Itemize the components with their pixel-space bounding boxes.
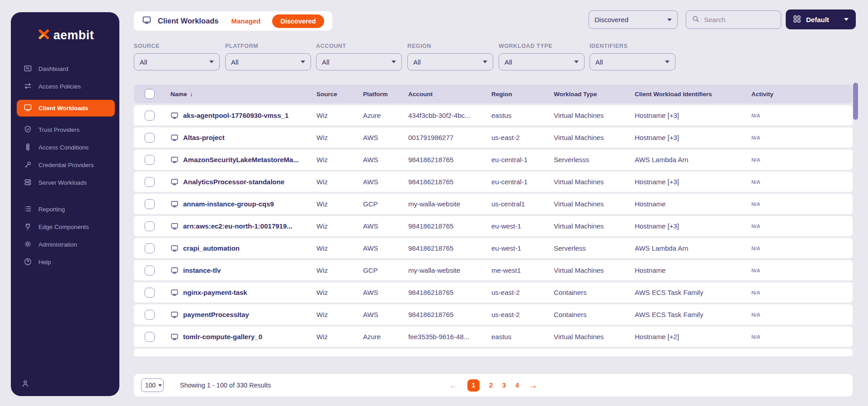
sidebar-item-server-workloads[interactable]: Server Workloads <box>11 174 119 191</box>
cell-activity: N/A <box>751 179 853 185</box>
table-row[interactable]: AnalyticsProcessor-standalone Wiz AWS 98… <box>134 172 853 192</box>
filter-workload-type-dropdown[interactable]: All <box>499 53 585 70</box>
workload-name-link[interactable]: instance-tlv <box>183 266 221 274</box>
workload-name-link[interactable]: tomlr-compute-gallery_0 <box>183 333 262 341</box>
table-row[interactable]: aks-agentpool-17760930-vmss_1 Wiz Azure … <box>134 105 853 126</box>
row-checkbox[interactable] <box>145 243 155 253</box>
row-checkbox[interactable] <box>145 177 155 187</box>
vertical-scrollbar-thumb[interactable] <box>853 83 858 120</box>
filter-identifiers-dropdown[interactable]: All <box>590 53 675 70</box>
column-header-workload-type[interactable]: Workload Type <box>554 91 635 98</box>
select-all-checkbox[interactable] <box>145 89 155 99</box>
access-policies-icon <box>24 82 32 92</box>
sidebar-item-help[interactable]: Help <box>11 253 119 271</box>
row-checkbox[interactable] <box>145 155 155 165</box>
page-size-value: 100 <box>145 382 156 389</box>
row-checkbox[interactable] <box>145 310 155 320</box>
user-avatar-icon[interactable] <box>21 379 30 390</box>
cell-source: Wiz <box>316 156 363 163</box>
row-checkbox[interactable] <box>145 266 155 275</box>
workload-name-link[interactable]: AnalyticsProcessor-standalone <box>183 178 284 186</box>
workload-name-link[interactable]: aks-agentpool-17760930-vmss_1 <box>183 112 288 119</box>
tab-managed[interactable]: Managed <box>231 17 260 25</box>
cell-account: 434f3cbb-30f2-4bc... <box>408 112 491 119</box>
workload-name-link[interactable]: nginx-payment-task <box>183 289 247 296</box>
cell-account: 984186218765 <box>408 244 491 252</box>
search-box[interactable] <box>686 10 781 29</box>
row-checkbox[interactable] <box>145 288 155 298</box>
chevron-down-icon <box>665 61 670 63</box>
column-header-platform[interactable]: Platform <box>363 91 408 98</box>
column-header-account[interactable]: Account <box>408 91 491 98</box>
table-row[interactable]: crapi_automation Wiz AWS 984186218765 eu… <box>134 238 853 258</box>
filter-region: REGION All <box>407 43 493 70</box>
workload-name-link[interactable]: crapi_automation <box>183 244 240 252</box>
cell-source: Wiz <box>316 333 363 341</box>
table-row[interactable]: arn:aws:ec2:eu-north-1:0017919... Wiz AW… <box>134 216 853 236</box>
previous-page-arrow-icon[interactable]: ← <box>449 381 458 390</box>
workload-monitor-icon <box>170 244 179 252</box>
workload-name-link[interactable]: AmazonSecurityLakeMetastoreMa... <box>183 156 299 163</box>
cell-region: us-east-2 <box>491 311 554 318</box>
sidebar-item-reporting[interactable]: Reporting <box>11 201 119 218</box>
next-page-arrow-icon[interactable]: → <box>528 381 538 390</box>
credential-providers-icon <box>24 160 32 170</box>
cell-identifiers: Hostname [+3] <box>635 222 751 230</box>
page-button-4[interactable]: 4 <box>515 382 519 389</box>
chevron-down-icon <box>844 18 849 21</box>
sidebar-item-dashboard[interactable]: Dashboard <box>11 60 119 78</box>
table-row[interactable]: paymentProcessItay Wiz AWS 984186218765 … <box>134 304 853 325</box>
column-header-activity[interactable]: Activity <box>751 91 853 98</box>
sidebar-item-label: Administration <box>38 241 77 248</box>
workload-name-link[interactable]: annam-instance-group-cqs9 <box>183 200 274 208</box>
page-size-dropdown[interactable]: 100 <box>141 378 164 392</box>
table-row[interactable]: nginx-payment-task Wiz AWS 984186218765 … <box>134 282 853 303</box>
row-checkbox[interactable] <box>145 332 155 342</box>
filter-region-dropdown[interactable]: All <box>407 53 493 70</box>
sidebar-item-credential-providers[interactable]: Credential Providers <box>11 156 119 174</box>
page-button-1[interactable]: 1 <box>467 379 480 392</box>
cell-identifiers: Hostname [+3] <box>635 178 751 186</box>
column-header-source[interactable]: Source <box>316 91 363 98</box>
workload-monitor-icon <box>170 156 179 164</box>
table-row[interactable]: AmazonSecurityLakeMetastoreMa... Wiz AWS… <box>134 149 853 170</box>
cell-identifiers: Hostname <box>635 266 751 274</box>
tab-discovered[interactable]: Discovered <box>272 14 324 28</box>
column-header-region[interactable]: Region <box>491 91 554 98</box>
table-row[interactable]: instance-tlv Wiz GCP my-walla-website me… <box>134 260 853 280</box>
row-checkbox[interactable] <box>145 221 155 231</box>
sidebar-item-client-workloads[interactable]: Client Workloads <box>17 100 115 117</box>
view-filter-dropdown[interactable]: Discovered <box>589 10 678 29</box>
row-checkbox[interactable] <box>145 133 155 143</box>
cell-activity: N/A <box>751 246 853 251</box>
sidebar-item-access-conditions[interactable]: Access Conditions <box>11 139 119 156</box>
filter-value: All <box>595 58 603 66</box>
sidebar-item-administration[interactable]: Administration <box>11 236 119 253</box>
filter-account-dropdown[interactable]: All <box>316 53 402 70</box>
sidebar-item-access-policies[interactable]: Access Policies <box>11 78 119 95</box>
sidebar-item-trust-providers[interactable]: Trust Providers <box>11 121 119 139</box>
table-row[interactable]: tomlr-compute-gallery_0 Wiz Azure fee353… <box>134 327 853 347</box>
filter-value: All <box>413 58 421 66</box>
table-row[interactable]: annam-instance-group-cqs9 Wiz GCP my-wal… <box>134 194 853 214</box>
cell-platform: AWS <box>363 156 408 163</box>
page-button-2[interactable]: 2 <box>489 382 493 389</box>
workload-name-link[interactable]: Altas-project <box>183 134 225 141</box>
row-checkbox[interactable] <box>145 111 155 121</box>
layout-default-button[interactable]: Default <box>786 9 856 29</box>
filter-platform-dropdown[interactable]: All <box>225 53 311 70</box>
row-checkbox[interactable] <box>145 199 155 209</box>
page-button-3[interactable]: 3 <box>502 382 506 389</box>
column-header-name[interactable]: Name↓ <box>170 90 316 98</box>
sidebar-item-edge-components[interactable]: Edge Components <box>11 218 119 236</box>
table-row[interactable]: Altas-project Wiz AWS 001791986277 us-ea… <box>134 127 853 148</box>
cell-platform: AWS <box>363 244 408 252</box>
workload-name-link[interactable]: paymentProcessItay <box>183 311 249 318</box>
column-header-identifiers[interactable]: Client Workload Identifiers <box>635 91 751 98</box>
sidebar-item-label: Access Policies <box>38 83 81 90</box>
cell-platform: GCP <box>363 200 408 208</box>
workload-name-link[interactable]: arn:aws:ec2:eu-north-1:0017919... <box>183 222 292 230</box>
filter-source-dropdown[interactable]: All <box>134 53 220 70</box>
nav-group-divider <box>11 191 119 201</box>
search-input[interactable] <box>704 16 767 23</box>
